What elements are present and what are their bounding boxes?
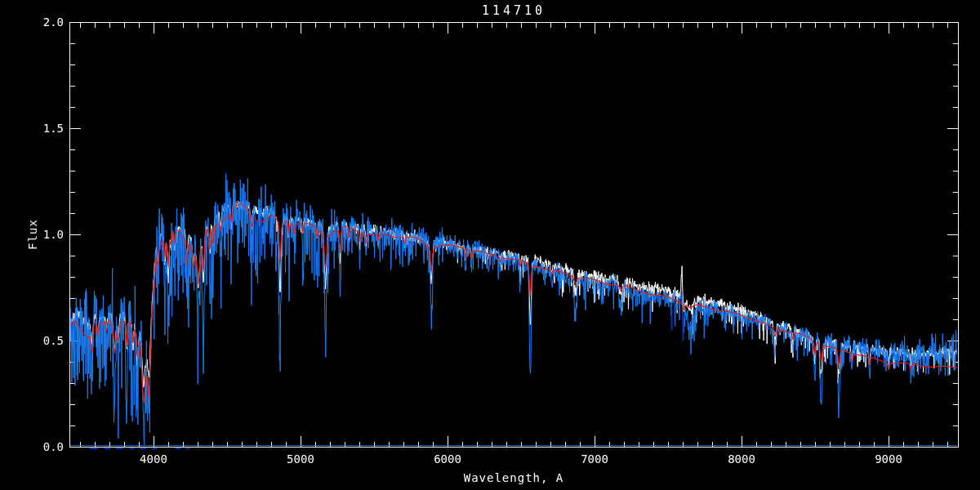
plot-title: 114710 <box>69 3 958 18</box>
spectrum-plot-canvas <box>0 0 980 490</box>
x-axis-label: Wavelength, A <box>69 471 958 484</box>
y-axis-label: Flux <box>26 219 39 250</box>
spectrum-figure: 114710 Wavelength, A Flux <box>0 0 980 490</box>
